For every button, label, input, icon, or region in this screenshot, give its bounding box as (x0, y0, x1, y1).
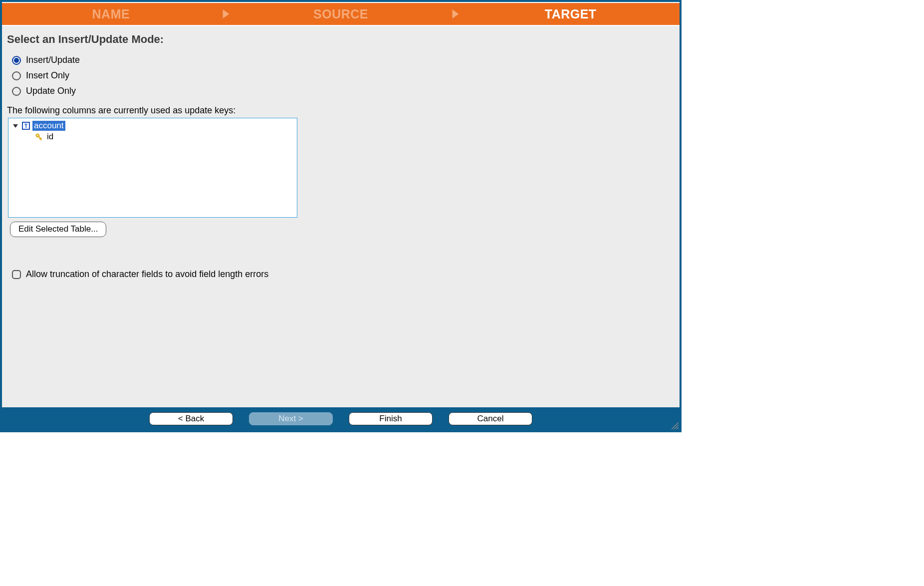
step-target[interactable]: TARGET (462, 7, 680, 21)
step-arrow-icon (220, 9, 232, 18)
cancel-button[interactable]: Cancel (449, 412, 532, 425)
step-name[interactable]: NAME (2, 7, 220, 21)
update-keys-label: The following columns are currently used… (7, 105, 675, 116)
svg-marker-2 (13, 124, 18, 128)
radio-label: Insert Only (26, 70, 69, 81)
update-keys-tree[interactable]: T account id (8, 118, 297, 218)
wizard-footer: < Back Next > Finish Cancel (2, 407, 680, 430)
radio-label: Insert/Update (26, 55, 80, 65)
step-arrow-icon (450, 9, 462, 18)
finish-button[interactable]: Finish (349, 412, 433, 425)
radio-update-only[interactable]: Update Only (12, 86, 76, 96)
table-icon: T (21, 121, 30, 130)
key-icon (34, 132, 43, 141)
tree-child-node[interactable]: id (12, 131, 294, 142)
tree-child-label: id (45, 132, 55, 142)
svg-marker-0 (223, 9, 229, 18)
allow-truncation-row[interactable]: Allow truncation of character fields to … (12, 269, 675, 280)
expand-toggle-icon[interactable] (12, 123, 18, 128)
svg-marker-1 (453, 9, 459, 18)
edit-selected-table-button[interactable]: Edit Selected Table... (10, 222, 106, 237)
radio-insert-update[interactable]: Insert/Update (12, 55, 80, 65)
radio-label: Update Only (26, 86, 76, 96)
back-button[interactable]: < Back (149, 412, 233, 425)
next-button: Next > (249, 412, 333, 425)
radio-icon (12, 56, 21, 65)
step-source[interactable]: SOURCE (232, 7, 450, 21)
svg-text:T: T (24, 123, 28, 129)
allow-truncation-label: Allow truncation of character fields to … (26, 269, 268, 280)
section-title: Select an Insert/Update Mode: (7, 33, 675, 46)
radio-insert-only[interactable]: Insert Only (12, 70, 69, 81)
mode-radio-group: Insert/Update Insert Only Update Only (12, 55, 675, 96)
radio-icon (12, 71, 21, 80)
wizard-content: Select an Insert/Update Mode: Insert/Upd… (2, 26, 680, 407)
allow-truncation-checkbox[interactable] (12, 270, 21, 279)
tree-root-label: account (32, 121, 65, 131)
radio-icon (12, 87, 21, 96)
tree-root-node[interactable]: T account (12, 120, 294, 131)
wizard-frame: NAME SOURCE TARGET Select an Insert/Upda… (0, 0, 682, 432)
wizard-steps-header: NAME SOURCE TARGET (2, 3, 680, 25)
